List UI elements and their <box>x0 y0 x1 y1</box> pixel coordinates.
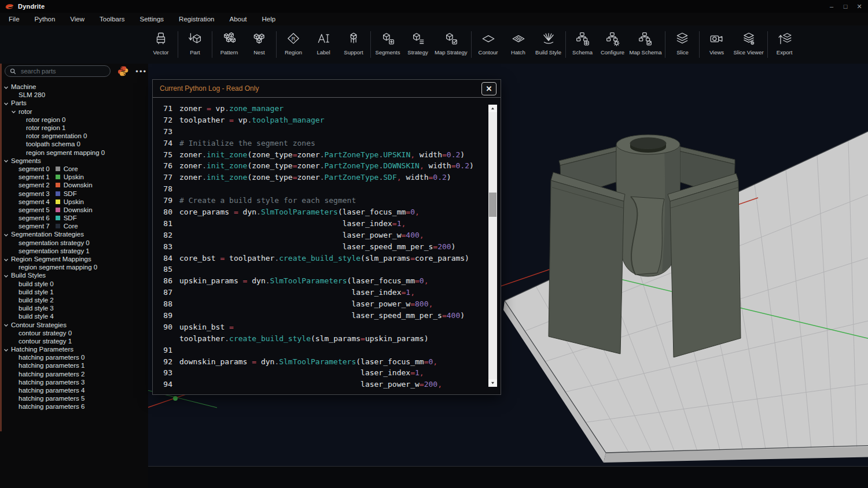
toolbar-button-map-strategy[interactable]: Map Strategy <box>433 28 469 61</box>
code-line: 79# Create a build style for each segmen… <box>153 196 487 208</box>
chevron-down-icon[interactable] <box>3 84 9 90</box>
code-text: # Create a build style for each segment <box>179 196 356 208</box>
tree-item-rotor-segmentation-0[interactable]: rotor segmentation 0 <box>0 132 148 140</box>
toolbar-button-views[interactable]: Views <box>701 28 731 61</box>
tree-item-hatching-parameters-4[interactable]: hatching parameters 4 <box>0 386 148 394</box>
minimize-button[interactable]: – <box>827 3 836 10</box>
chevron-down-icon[interactable] <box>3 232 9 237</box>
tree-item-label: rotor <box>19 108 32 115</box>
toolbar-button-vector[interactable]: Vector <box>146 28 176 61</box>
toolbar-button-configure[interactable]: Configure <box>598 28 628 61</box>
chevron-down-icon[interactable] <box>3 158 9 163</box>
tree-item-hatching-parameters-2[interactable]: hatching parameters 2 <box>0 370 148 378</box>
close-button[interactable]: ✕ <box>855 3 863 10</box>
tree-item-segment-6[interactable]: segment 6SDF <box>0 214 148 222</box>
python-log-header[interactable]: Current Python Log - Read Only ✕ <box>153 80 501 98</box>
menu-registration[interactable]: Registration <box>171 14 222 24</box>
menu-about[interactable]: About <box>222 14 254 24</box>
toolbar-button-map-schema[interactable]: Map Schema <box>628 28 664 61</box>
search-input[interactable] <box>20 67 103 75</box>
tree-item-rotor[interactable]: rotor <box>0 108 148 116</box>
code-line: 77zoner.init_zone(zone_type=zoner.PartZo… <box>153 173 487 184</box>
toolbar-button-hatch[interactable]: Hatch <box>503 28 534 61</box>
toolbar-button-segments[interactable]: Segments <box>373 28 403 61</box>
tree-item-hatching-parameters-1[interactable]: hatching parameters 1 <box>0 361 148 369</box>
tree-item-hatching-parameters-0[interactable]: hatching parameters 0 <box>0 353 148 361</box>
toolbar-button-label[interactable]: Label <box>308 28 339 61</box>
menu-help[interactable]: Help <box>255 14 284 24</box>
menu-toolbars[interactable]: Toolbars <box>92 14 132 24</box>
tree-item-segment-2[interactable]: segment 2Downskin <box>0 181 148 189</box>
tree-item-segment-4[interactable]: segment 4Upskin <box>0 198 148 206</box>
toolbar-button-part[interactable]: Part <box>180 28 210 61</box>
tree-item-hatching-parameters-6[interactable]: hatching parameters 6 <box>0 402 148 411</box>
chevron-down-icon[interactable] <box>3 257 9 262</box>
toolbar-button-slice-viewer[interactable]: Slice Viewer <box>731 28 765 61</box>
tree-item-hatching-parameters-5[interactable]: hatching parameters 5 <box>0 394 148 402</box>
chevron-down-icon[interactable] <box>3 101 9 106</box>
log-close-button[interactable]: ✕ <box>481 82 496 95</box>
tree-item-build-style-2[interactable]: build style 2 <box>0 296 148 304</box>
line-number: 93 <box>153 368 172 380</box>
tree-item-segmentation-strategy-1[interactable]: segmentation strategy 1 <box>0 247 148 255</box>
maximize-button[interactable]: □ <box>841 3 849 10</box>
tree-item-segment-1[interactable]: segment 1Upskin <box>0 173 148 181</box>
tree-item-contour-strategy-0[interactable]: contour strategy 0 <box>0 329 148 337</box>
tree-item-build-style-4[interactable]: build style 4 <box>0 312 148 320</box>
tree-item-label: contour strategy 1 <box>19 338 72 345</box>
tree-item-hatching-parameters[interactable]: Hatching Parameters <box>0 345 148 353</box>
tree-item-segment-7[interactable]: segment 7Core <box>0 222 148 230</box>
scrollbar-down-arrow[interactable] <box>488 379 497 387</box>
toolbar-separator <box>178 31 178 58</box>
tree-item-machine[interactable]: Machine <box>0 83 148 91</box>
tree-item-segment-3[interactable]: segment 3SDF <box>0 189 148 197</box>
tree-item-parts[interactable]: Parts <box>0 99 148 107</box>
toolbar-button-pattern[interactable]: Pattern <box>214 28 244 61</box>
menu-file[interactable]: File <box>1 14 27 24</box>
map-strategy-icon <box>443 31 458 46</box>
python-icon[interactable] <box>117 65 128 77</box>
tree-item-contour-strategies[interactable]: Contour Strategies <box>0 320 148 328</box>
chevron-down-icon[interactable] <box>3 273 9 278</box>
toolbar-button-region[interactable]: RRegion <box>278 28 308 61</box>
code-text: upskin_params = dyn.SlmToolParameters(la… <box>179 276 429 288</box>
tree-item-region-segment-mappings[interactable]: Region Segment Mappings <box>0 255 148 263</box>
tree-item-segment-5[interactable]: segment 5Downskin <box>0 206 148 214</box>
menu-settings[interactable]: Settings <box>133 14 172 24</box>
menu-python[interactable]: Python <box>27 14 63 24</box>
tree-item-region-segment-mapping-0[interactable]: region segment mapping 0 <box>0 263 148 271</box>
search-box[interactable] <box>5 65 111 77</box>
toolbar-button-build-style[interactable]: Build Style <box>534 28 564 61</box>
toolbar-button-schema[interactable]: Schema <box>568 28 598 61</box>
tree-item-contour-strategy-1[interactable]: contour strategy 1 <box>0 337 148 345</box>
tree-item-segments[interactable]: Segments <box>0 157 148 165</box>
tree-item-build-style-0[interactable]: build style 0 <box>0 280 148 288</box>
line-number: 86 <box>153 276 172 288</box>
toolbar-button-support[interactable]: Support <box>339 28 369 61</box>
tree-item-segment-0[interactable]: segment 0Core <box>0 165 148 173</box>
toolbar-button-nest[interactable]: Nest <box>244 28 274 61</box>
chevron-down-icon[interactable] <box>3 322 9 327</box>
tree-item-build-style-3[interactable]: build style 3 <box>0 304 148 312</box>
tree-item-slm-280[interactable]: SLM 280 <box>0 91 148 99</box>
tree-item-hatching-parameters-3[interactable]: hatching parameters 3 <box>0 378 148 386</box>
tree-item-build-style-1[interactable]: build style 1 <box>0 288 148 296</box>
scrollbar-up-arrow[interactable] <box>488 105 497 112</box>
tree-item-segmentation-strategy-0[interactable]: segmentation strategy 0 <box>0 239 148 247</box>
scrollbar-thumb[interactable] <box>489 193 496 217</box>
tree-item-rotor-region-1[interactable]: rotor region 1 <box>0 124 148 132</box>
toolbar-button-contour[interactable]: Contour <box>473 28 503 61</box>
toolbar-button-slice[interactable]: Slice <box>667 28 697 61</box>
menu-view[interactable]: View <box>62 14 92 24</box>
tree-item-rotor-region-0[interactable]: rotor region 0 <box>0 116 148 124</box>
tree-item-region-segment-mapping-0[interactable]: region segment mapping 0 <box>0 149 148 157</box>
tree-item-build-styles[interactable]: Build Styles <box>0 271 148 279</box>
chevron-down-icon[interactable] <box>11 109 16 114</box>
overflow-menu-button[interactable]: ••• <box>135 67 147 76</box>
toolbar-button-export[interactable]: Export <box>770 28 800 61</box>
toolbar-button-strategy[interactable]: Strategy <box>403 28 433 61</box>
chevron-down-icon[interactable] <box>3 347 9 352</box>
tree-item-toolpath-schema-0[interactable]: toolpath schema 0 <box>0 140 148 148</box>
tree-item-segmentation-strategies[interactable]: Segmentation Strategies <box>0 230 148 238</box>
scrollbar-track[interactable] <box>488 105 497 387</box>
